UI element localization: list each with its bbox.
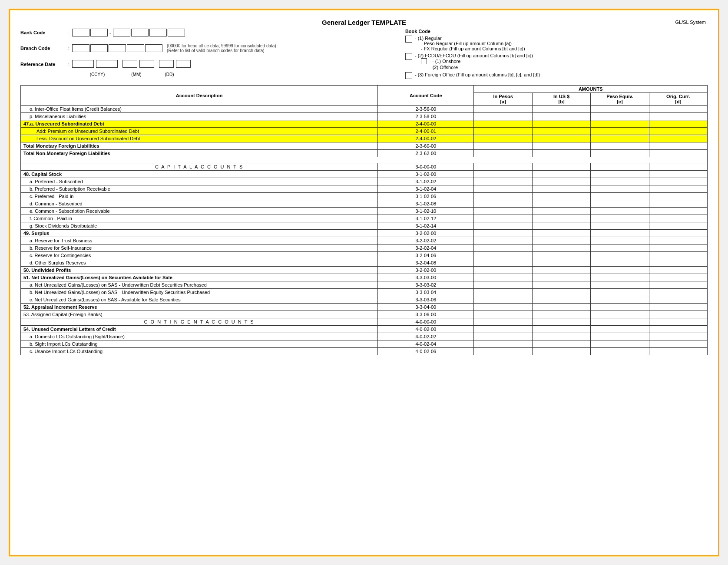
row-usd[interactable] — [532, 128, 590, 135]
row-orig-curr[interactable] — [649, 237, 707, 245]
row-orig-curr[interactable] — [649, 281, 707, 289]
row-peso-equiv[interactable] — [591, 171, 649, 178]
row-orig-curr[interactable] — [649, 200, 707, 208]
row-pesos[interactable] — [474, 348, 532, 355]
row-usd[interactable] — [532, 230, 590, 237]
row-usd[interactable] — [532, 237, 590, 245]
row-orig-curr[interactable] — [649, 348, 707, 355]
row-orig-curr[interactable] — [649, 289, 707, 296]
row-peso-equiv[interactable] — [591, 304, 649, 311]
row-peso-equiv[interactable] — [591, 289, 649, 296]
row-usd[interactable] — [532, 348, 590, 355]
onshore-checkbox[interactable] — [421, 58, 427, 64]
row-peso-equiv[interactable] — [591, 311, 649, 318]
row-usd[interactable] — [532, 333, 590, 340]
row-pesos[interactable] — [474, 142, 532, 150]
bank-code-input-1[interactable] — [72, 29, 89, 36]
row-peso-equiv[interactable] — [591, 230, 649, 237]
date-input-2[interactable] — [96, 60, 118, 68]
date-input-6[interactable] — [176, 60, 191, 68]
row-peso-equiv[interactable] — [591, 237, 649, 245]
row-pesos[interactable] — [474, 163, 532, 171]
row-usd[interactable] — [532, 259, 590, 267]
date-input-1[interactable] — [72, 60, 94, 68]
row-usd[interactable] — [532, 106, 590, 113]
bank-code-input-4[interactable] — [131, 29, 149, 36]
row-pesos[interactable] — [474, 237, 532, 245]
branch-code-input-1[interactable] — [72, 44, 89, 52]
row-pesos[interactable] — [474, 150, 532, 157]
branch-code-input-3[interactable] — [109, 44, 126, 52]
row-orig-curr[interactable] — [649, 208, 707, 215]
row-orig-curr[interactable] — [649, 150, 707, 157]
row-orig-curr[interactable] — [649, 120, 707, 128]
row-usd[interactable] — [532, 289, 590, 296]
row-pesos[interactable] — [474, 128, 532, 135]
row-pesos[interactable] — [474, 340, 532, 348]
row-peso-equiv[interactable] — [591, 259, 649, 267]
bank-code-input-5[interactable] — [149, 29, 167, 36]
row-peso-equiv[interactable] — [591, 163, 649, 171]
row-orig-curr[interactable] — [649, 230, 707, 237]
row-usd[interactable] — [532, 222, 590, 230]
row-usd[interactable] — [532, 318, 590, 326]
row-peso-equiv[interactable] — [591, 128, 649, 135]
row-orig-curr[interactable] — [649, 178, 707, 185]
date-input-3[interactable] — [122, 60, 137, 68]
row-peso-equiv[interactable] — [591, 142, 649, 150]
row-pesos[interactable] — [474, 113, 532, 120]
row-orig-curr[interactable] — [649, 245, 707, 252]
row-pesos[interactable] — [474, 178, 532, 185]
row-peso-equiv[interactable] — [591, 200, 649, 208]
row-peso-equiv[interactable] — [591, 120, 649, 128]
row-orig-curr[interactable] — [649, 296, 707, 304]
row-peso-equiv[interactable] — [591, 326, 649, 333]
row-orig-curr[interactable] — [649, 259, 707, 267]
row-pesos[interactable] — [474, 230, 532, 237]
row-usd[interactable] — [532, 281, 590, 289]
row-pesos[interactable] — [474, 259, 532, 267]
row-orig-curr[interactable] — [649, 113, 707, 120]
row-pesos[interactable] — [474, 304, 532, 311]
branch-code-input-2[interactable] — [90, 44, 108, 52]
row-orig-curr[interactable] — [649, 326, 707, 333]
row-orig-curr[interactable] — [649, 135, 707, 142]
row-orig-curr[interactable] — [649, 333, 707, 340]
row-peso-equiv[interactable] — [591, 296, 649, 304]
row-usd[interactable] — [532, 163, 590, 171]
bank-code-input-2[interactable] — [90, 29, 108, 36]
row-usd[interactable] — [532, 185, 590, 193]
row-usd[interactable] — [532, 311, 590, 318]
row-orig-curr[interactable] — [649, 340, 707, 348]
row-orig-curr[interactable] — [649, 185, 707, 193]
row-usd[interactable] — [532, 326, 590, 333]
row-peso-equiv[interactable] — [591, 135, 649, 142]
row-peso-equiv[interactable] — [591, 215, 649, 222]
row-pesos[interactable] — [474, 222, 532, 230]
row-pesos[interactable] — [474, 267, 532, 274]
row-peso-equiv[interactable] — [591, 150, 649, 157]
branch-code-input-5[interactable] — [145, 44, 162, 52]
date-input-5[interactable] — [159, 60, 174, 68]
row-usd[interactable] — [532, 252, 590, 259]
row-peso-equiv[interactable] — [591, 348, 649, 355]
row-pesos[interactable] — [474, 281, 532, 289]
row-usd[interactable] — [532, 200, 590, 208]
row-orig-curr[interactable] — [649, 304, 707, 311]
row-usd[interactable] — [532, 267, 590, 274]
row-peso-equiv[interactable] — [591, 252, 649, 259]
row-pesos[interactable] — [474, 318, 532, 326]
row-orig-curr[interactable] — [649, 215, 707, 222]
date-input-4[interactable] — [139, 60, 154, 68]
row-peso-equiv[interactable] — [591, 178, 649, 185]
row-orig-curr[interactable] — [649, 222, 707, 230]
row-usd[interactable] — [532, 150, 590, 157]
row-orig-curr[interactable] — [649, 193, 707, 200]
row-usd[interactable] — [532, 178, 590, 185]
row-usd[interactable] — [532, 142, 590, 150]
branch-code-input-4[interactable] — [127, 44, 144, 52]
row-usd[interactable] — [532, 215, 590, 222]
row-pesos[interactable] — [474, 120, 532, 128]
row-usd[interactable] — [532, 135, 590, 142]
row-pesos[interactable] — [474, 171, 532, 178]
